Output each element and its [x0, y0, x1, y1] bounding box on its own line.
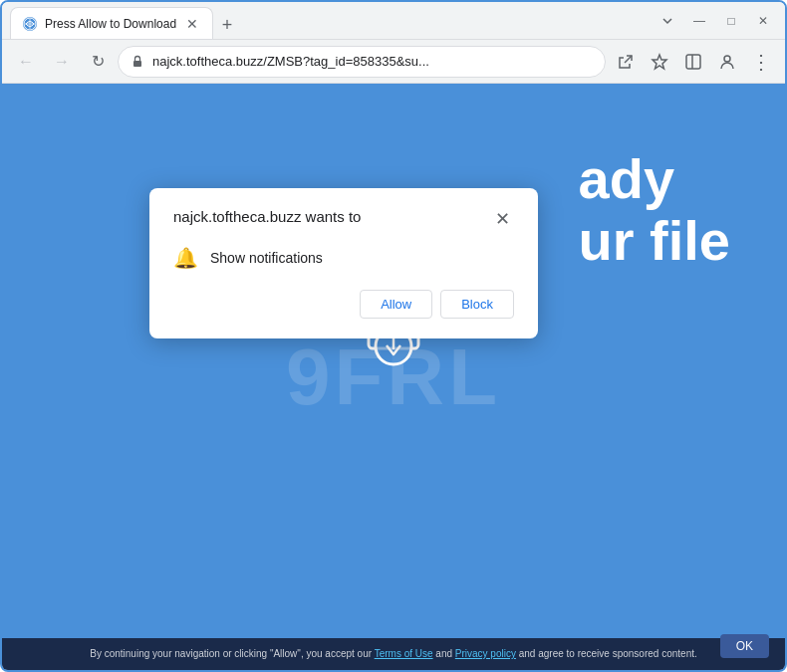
bottom-text-part1: By continuing your navigation or clickin… — [90, 648, 372, 659]
webpage-content: 9FRL ady ur file najck.toftheca.buzz wan… — [2, 84, 785, 670]
nav-actions: ⋮ — [610, 46, 777, 78]
bookmark-button[interactable] — [644, 46, 675, 78]
menu-button[interactable]: ⋮ — [745, 46, 777, 78]
permission-text: Show notifications — [210, 250, 323, 266]
tab-area: Press Allow to Download ✕ + — [10, 2, 648, 39]
allow-button[interactable]: Allow — [360, 290, 432, 319]
address-text: najck.toftheca.buzz/ZMSB?tag_id=858335&s… — [152, 54, 593, 69]
tab-title: Press Allow to Download — [45, 17, 176, 31]
svg-rect-6 — [686, 55, 700, 69]
bottom-notice-text: By continuing your navigation or clickin… — [18, 646, 769, 662]
profile-button[interactable] — [711, 46, 743, 78]
tab-favicon-icon — [23, 17, 37, 31]
dialog-header: najck.toftheca.buzz wants to ✕ — [173, 208, 514, 230]
window-controls: — □ ✕ — [654, 7, 777, 35]
maximize-button[interactable]: □ — [717, 7, 745, 35]
your-file-text: ur file — [579, 210, 730, 272]
ok-button[interactable]: OK — [720, 634, 769, 658]
sidebar-toggle-button[interactable] — [677, 46, 709, 78]
lock-icon — [131, 54, 146, 70]
svg-marker-5 — [653, 55, 666, 69]
close-button[interactable]: ✕ — [749, 7, 777, 35]
dialog-permission-row: 🔔 Show notifications — [173, 246, 514, 270]
chevron-down-button[interactable] — [654, 7, 681, 35]
new-tab-button[interactable]: + — [213, 11, 241, 39]
back-button[interactable]: ← — [10, 46, 42, 78]
bottom-bar: By continuing your navigation or clickin… — [2, 638, 785, 670]
tab-close-button[interactable]: ✕ — [184, 14, 200, 34]
notification-dialog: najck.toftheca.buzz wants to ✕ 🔔 Show no… — [149, 188, 538, 338]
block-button[interactable]: Block — [440, 290, 514, 319]
minimize-button[interactable]: — — [685, 7, 713, 35]
title-bar: Press Allow to Download ✕ + — □ ✕ — [2, 2, 785, 40]
svg-point-8 — [724, 56, 730, 62]
share-button[interactable] — [610, 46, 642, 78]
navigation-bar: ← → ↻ najck.toftheca.buzz/ZMSB?tag_id=85… — [2, 40, 785, 84]
dialog-buttons: Allow Block — [173, 290, 514, 319]
reload-button[interactable]: ↻ — [82, 46, 114, 78]
dialog-close-button[interactable]: ✕ — [491, 208, 514, 230]
bottom-text-part3: and agree to receive sponsored content. — [519, 648, 697, 659]
svg-line-4 — [625, 56, 632, 63]
terms-link[interactable]: Terms of Use — [375, 648, 433, 659]
active-tab[interactable]: Press Allow to Download ✕ — [10, 7, 213, 39]
address-bar[interactable]: najck.toftheca.buzz/ZMSB?tag_id=858335&s… — [118, 46, 606, 78]
forward-button[interactable]: → — [46, 46, 78, 78]
browser-window: Press Allow to Download ✕ + — □ ✕ ← → ↻ — [0, 0, 787, 672]
bottom-text-and: and — [435, 648, 452, 659]
ready-text: ady — [579, 148, 730, 210]
bell-icon: 🔔 — [173, 246, 198, 270]
privacy-link[interactable]: Privacy policy — [455, 648, 516, 659]
dialog-title: najck.toftheca.buzz wants to — [173, 208, 491, 225]
svg-rect-3 — [133, 61, 141, 67]
